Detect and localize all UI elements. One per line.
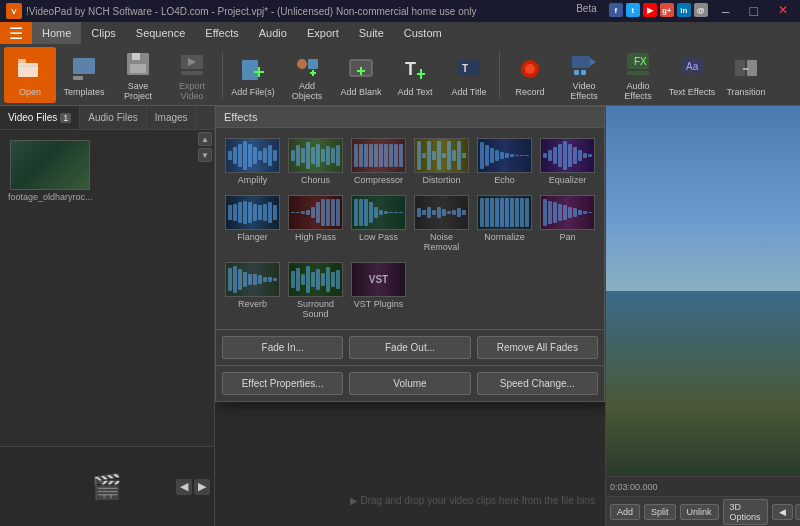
effects-dropdown: Effects Amplify (215, 106, 605, 402)
file-item[interactable]: footage_oldharyroc... (8, 140, 93, 202)
menu-audio[interactable]: Audio (249, 22, 297, 44)
effect-vst[interactable]: VST VST Plugins (348, 258, 409, 323)
menu-effects[interactable]: Effects (195, 22, 248, 44)
fade-in-button[interactable]: Fade In... (222, 336, 343, 359)
split-button[interactable]: Split (644, 504, 676, 520)
tab-images[interactable]: Images (147, 106, 197, 129)
add-control-button[interactable]: Add (610, 504, 640, 520)
reverb-waveform (226, 263, 279, 296)
normalize-waveform (478, 196, 531, 229)
scroll-up-button[interactable]: ▲ (198, 132, 212, 146)
unlink-button[interactable]: Unlink (680, 504, 719, 520)
add-text-button[interactable]: T Add Text (389, 47, 441, 103)
effect-flanger[interactable]: Flanger (222, 191, 283, 256)
reverb-bars (226, 263, 279, 296)
open-button[interactable]: Open (4, 47, 56, 103)
templates-button[interactable]: Templates (58, 47, 110, 103)
compressor-waveform (352, 139, 405, 172)
fade-out-button[interactable]: Fade Out... (349, 336, 470, 359)
add-files-icon (237, 53, 269, 85)
scroll-down-button[interactable]: ▼ (198, 148, 212, 162)
svg-rect-30 (581, 70, 586, 75)
distortion-waveform (415, 139, 468, 172)
effect-reverb[interactable]: Reverb (222, 258, 283, 323)
video-effects-button[interactable]: Video Effects (558, 47, 610, 103)
menu-export[interactable]: Export (297, 22, 349, 44)
center-panel: Effects Amplify (215, 106, 605, 526)
remove-all-fades-button[interactable]: Remove All Fades (477, 336, 598, 359)
maximize-button[interactable]: □ (744, 3, 764, 19)
add-blank-button[interactable]: Add Blank (335, 47, 387, 103)
export-video-button[interactable]: Export Video (166, 47, 218, 103)
effect-noiseremoval[interactable]: Noise Removal (411, 191, 472, 256)
effect-normalize[interactable]: Normalize (474, 191, 535, 256)
save-project-button[interactable]: Save Project (112, 47, 164, 103)
linkedin-icon[interactable]: in (677, 3, 691, 17)
3d-options-button[interactable]: 3D Options (723, 499, 768, 525)
volume-label: Volume (393, 378, 426, 389)
twitter-icon[interactable]: t (626, 3, 640, 17)
prev-button[interactable]: ◀ (176, 479, 192, 495)
youtube-icon[interactable]: ▶ (643, 3, 657, 17)
audio-effects-button[interactable]: FX Audio Effects (612, 47, 664, 103)
menu-sequence[interactable]: Sequence (126, 22, 196, 44)
effect-compressor[interactable]: Compressor (348, 134, 409, 189)
effect-chorus[interactable]: Chorus (285, 134, 346, 189)
record-button[interactable]: Record (504, 47, 556, 103)
save-icon (122, 49, 154, 79)
file-thumbnail (10, 140, 90, 190)
menu-home[interactable]: Home (32, 22, 81, 44)
googleplus-icon[interactable]: g+ (660, 3, 674, 17)
speed-change-button[interactable]: Speed Change... (477, 372, 598, 395)
next-button[interactable]: ▶ (194, 479, 210, 495)
effect-pan[interactable]: Pan (537, 191, 598, 256)
effect-amplify[interactable]: Amplify (222, 134, 283, 189)
effect-echo[interactable]: Echo (474, 134, 535, 189)
effects-actions-row2: Effect Properties... Volume Speed Change… (216, 365, 604, 401)
highpass-thumb (288, 195, 343, 230)
echo-bars (478, 139, 531, 172)
volume-button[interactable]: Volume (349, 372, 470, 395)
svg-rect-9 (181, 71, 203, 75)
video-drop-hint: ▶ Drag and drop your video clips here fr… (350, 495, 595, 506)
menu-clips[interactable]: Clips (81, 22, 125, 44)
menu-custom[interactable]: Custom (394, 22, 452, 44)
effect-properties-label: Effect Properties... (242, 378, 324, 389)
echo-label: Echo (494, 175, 515, 185)
scroll-right-button[interactable]: ▶ (795, 504, 800, 520)
audio-effects-icon: FX (622, 49, 654, 79)
scroll-left-button[interactable]: ◀ (772, 504, 793, 520)
tab-video-files[interactable]: Video Files 1 (0, 106, 80, 129)
effect-surround[interactable]: Surround Sound (285, 258, 346, 323)
distortion-bars (415, 139, 468, 172)
effect-highpass[interactable]: High Pass (285, 191, 346, 256)
effect-equalizer[interactable]: Equalizer (537, 134, 598, 189)
add-title-button[interactable]: T Add Title (443, 47, 495, 103)
close-button[interactable]: ✕ (772, 3, 794, 19)
add-objects-button[interactable]: Add Objects (281, 47, 333, 103)
lowpass-bars (352, 196, 405, 229)
effect-distortion[interactable]: Distortion (411, 134, 472, 189)
facebook-icon[interactable]: f (609, 3, 623, 17)
noiseremoval-waveform (415, 196, 468, 229)
add-title-icon: T (453, 53, 485, 85)
tab-audio-files[interactable]: Audio Files (80, 106, 146, 129)
add-files-button[interactable]: Add File(s) (227, 47, 279, 103)
menu-suite[interactable]: Suite (349, 22, 394, 44)
effect-lowpass[interactable]: Low Pass (348, 191, 409, 256)
svg-text:T: T (405, 59, 416, 79)
vst-label: VST Plugins (354, 299, 403, 309)
transition-button[interactable]: Transition (720, 47, 772, 103)
right-controls: Add Split Unlink 3D Options ◀ ▶ (606, 496, 800, 526)
vst-thumb: VST (351, 262, 406, 297)
surround-label: Surround Sound (287, 299, 344, 319)
social-icons: f t ▶ g+ in @ (609, 3, 708, 19)
open-icon (14, 53, 46, 85)
separator-2 (499, 51, 500, 99)
text-effects-button[interactable]: Aa Text Effects (666, 47, 718, 103)
effect-properties-button[interactable]: Effect Properties... (222, 372, 343, 395)
hamburger-menu[interactable]: ☰ (0, 22, 32, 44)
minimize-button[interactable]: – (716, 3, 736, 19)
email-icon[interactable]: @ (694, 3, 708, 17)
preview-area: 🎬 ◀ ▶ (0, 446, 214, 526)
